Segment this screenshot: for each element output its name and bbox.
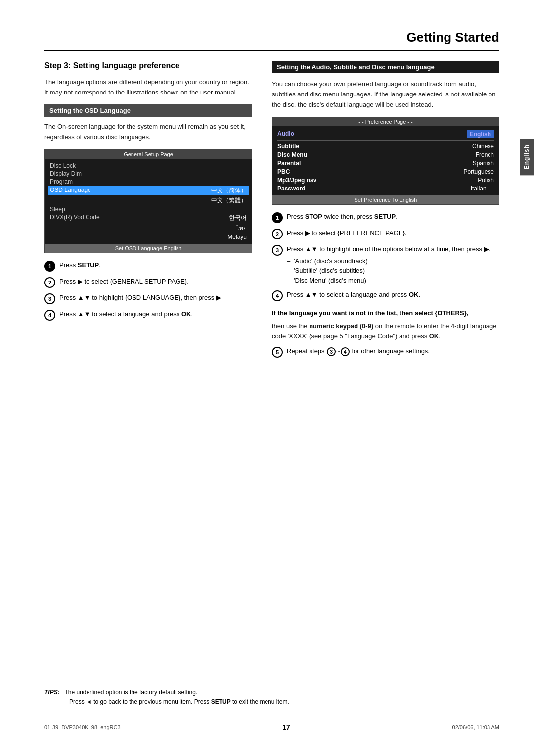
page-number: 17 [282,723,290,731]
menu-row-malay: Melayu [50,233,247,241]
right-step-number-1: 1 [272,212,283,223]
pref-row-pbc: PBC Portuguese [277,167,494,176]
page-title: Getting Started [44,30,499,51]
osd-menu-box: - - General Setup Page - - Disc Lock Dis… [44,149,252,253]
step-number-3: 3 [44,293,55,304]
pref-row-parental: Parental Spanish [277,159,494,167]
right-step-content-2: Press ▶ to select {PREFERENCE PAGE}. [287,228,499,238]
menu-row-traditional: 中文（繁體） [50,196,247,205]
step-ref-4: 4 [341,347,350,356]
step-number-1: 1 [44,261,55,272]
right-intro-text: You can choose your own preferred langua… [272,79,499,110]
menu-row-disc-lock: Disc Lock [50,162,247,170]
left-step-2: 2 Press ▶ to select {GENERAL SETUP PAGE}… [44,277,252,288]
right-step-number-4: 4 [272,290,283,301]
tips-label: TIPS: [44,689,60,696]
left-step-1: 1 Press SETUP. [44,260,252,272]
pref-box-footer: Set Preference To English [272,195,499,204]
right-step-content-5: Repeat steps 3~4 for other language sett… [287,346,499,356]
pref-row-disc-menu: Disc Menu French [277,150,494,159]
pref-box-header: - - Preference Page - - [272,117,499,126]
pref-row-mp3: Mp3/Jpeg nav Polish [277,176,494,184]
right-column: Setting the Audio, Subtitle and Disc men… [272,61,499,363]
left-steps-list: 1 Press SETUP. 2 Press ▶ to select {GENE… [44,260,252,321]
osd-menu-footer: Set OSD Language English [45,244,252,253]
menu-row-program: Program [50,178,247,186]
tips-text: TIPS: The underlined option is the facto… [44,688,499,697]
step-content-4: Press ▲▼ to select a language and press … [59,309,252,319]
right-section-heading-box: Setting the Audio, Subtitle and Disc men… [272,61,499,73]
menu-row-divx: DIVX(R) Vod Code 한국어 [50,213,247,223]
if-language-section: If the language you want is not in the l… [272,308,499,341]
right-step-5: 5 Repeat steps 3~4 for other language se… [272,346,499,358]
left-intro-text: The language options are different depen… [44,77,252,98]
tips-underlined: underlined option [76,689,122,696]
menu-row-display-dim: Display Dim [50,170,247,178]
if-language-heading: If the language you want is not in the l… [272,308,499,318]
osd-heading-label: Setting the OSD Language [49,107,131,114]
left-step-3: 3 Press ▲▼ to highlight {OSD LANGUAGE}, … [44,293,252,304]
right-step-3-sublist: 'Audio' (disc's soundtrack) 'Subtitle' (… [287,256,499,285]
step-content-3: Press ▲▼ to highlight {OSD LANGUAGE}, th… [59,293,252,303]
osd-heading-box: Setting the OSD Language [44,104,252,117]
right-step-number-2: 2 [272,229,283,239]
page-footer: 01-39_DVP3040K_98_engRC3 17 02/06/06, 11… [44,719,499,731]
step-ref-3: 3 [327,347,336,356]
pref-col-headers: Audio English [277,129,494,141]
pref-row-subtitle: Subtitle Chinese [277,142,494,150]
sublist-item-audio: 'Audio' (disc's soundtrack) [287,256,499,266]
osd-menu-content: Disc Lock Display Dim Program OSD Langua… [45,159,252,244]
pref-box-content: Audio English Subtitle Chinese Disc Menu… [272,126,499,195]
sublist-item-disc-menu: 'Disc Menu' (disc's menu) [287,276,499,285]
right-step-content-4: Press ▲▼ to select a language and press … [287,290,499,300]
tips-line2: Press ◄ to go back to the previous menu … [69,697,499,707]
if-language-body: then use the numeric keypad (0-9) on the… [272,321,499,342]
left-section-heading: Step 3: Setting language preference [44,61,252,71]
step-content-1: Press SETUP. [59,260,252,270]
left-step-4: 4 Press ▲▼ to select a language and pres… [44,309,252,321]
right-step-number-5: 5 [272,347,283,358]
right-section-heading-label: Setting the Audio, Subtitle and Disc men… [277,63,435,71]
content-layout: Step 3: Setting language preference The … [44,61,499,363]
pref-row-password: Password Italian — [277,184,494,192]
step-number-2: 2 [44,277,55,288]
left-column: Step 3: Setting language preference The … [44,61,252,363]
pref-box: - - Preference Page - - Audio English Su… [272,117,499,205]
footer-left: 01-39_DVP3040K_98_engRC3 [44,724,121,730]
tips-section: TIPS: The underlined option is the facto… [44,688,499,707]
step-number-4: 4 [44,310,55,321]
menu-row-thai: ไทย [50,223,247,233]
right-step-content-3: Press ▲▼ to highlight one of the options… [287,244,499,285]
right-step-2: 2 Press ▶ to select {PREFERENCE PAGE}. [272,228,499,239]
osd-body-text: The On-screen language for the system me… [44,122,252,142]
right-step-1: 1 Press STOP twice then, press SETUP. [272,212,499,223]
footer-right: 02/06/06, 11:03 AM [452,724,499,730]
menu-row-osd-language: OSD Language 中文（简体） [48,186,249,195]
right-steps-list: 1 Press STOP twice then, press SETUP. 2 … [272,212,499,301]
right-step-4: 4 Press ▲▼ to select a language and pres… [272,290,499,301]
menu-row-sleep: Sleep [50,205,247,213]
step-content-2: Press ▶ to select {GENERAL SETUP PAGE}. [59,277,252,286]
osd-menu-header: - - General Setup Page - - [45,150,252,159]
right-step-content-1: Press STOP twice then, press SETUP. [287,212,499,222]
right-step-3: 3 Press ▲▼ to highlight one of the optio… [272,244,499,285]
sublist-item-subtitle: 'Subtitle' (disc's subtitles) [287,266,499,276]
right-step-number-3: 3 [272,245,283,256]
